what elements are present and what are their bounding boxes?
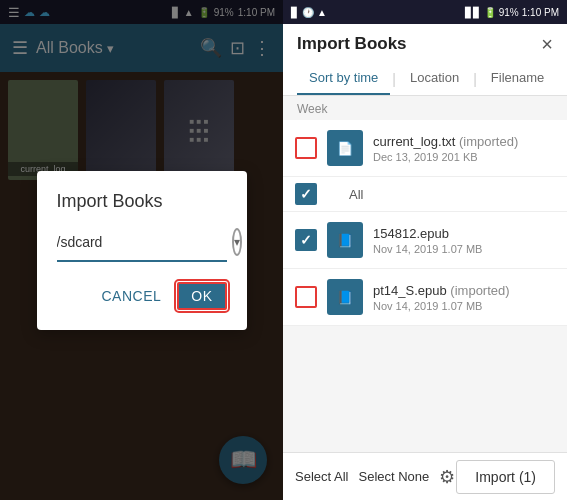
left-panel: ☰ ☁ ☁ ▊ ▲ 🔋 91% 1:10 PM ☰ All Books ▾ 🔍 … [0,0,283,500]
file-info-1: current_log.txt (imported) Dec 13, 2019 … [373,134,555,163]
right-signal-bars: ▊▊ [465,7,481,18]
week-label: Week [283,96,567,120]
file-list: 📄 current_log.txt (imported) Dec 13, 201… [283,120,567,452]
epub-icon-3: 📘 [337,290,353,305]
checkbox-3[interactable] [295,286,317,308]
file-meta-1: Dec 13, 2019 201 KB [373,151,555,163]
right-battery-icon: 🔋 [484,7,496,18]
all-row: All [283,177,567,212]
file-meta-3: Nov 14, 2019 1.07 MB [373,300,555,312]
file-icon-3: 📘 [327,279,363,315]
modal-actions: CANCEL OK [57,282,227,310]
file-item-1: 📄 current_log.txt (imported) Dec 13, 201… [283,120,567,177]
right-time: 1:10 PM [522,7,559,18]
right-status-left: ▊ 🕐 ▲ [291,7,327,18]
all-checkbox[interactable] [295,183,317,205]
file-name-1: current_log.txt (imported) [373,134,555,149]
modal-overlay: Import Books ▾ CANCEL OK [0,0,283,500]
tab-filename[interactable]: Filename [479,62,556,95]
right-status-right: ▊▊ 🔋 91% 1:10 PM [465,7,559,18]
path-dropdown-button[interactable]: ▾ [232,228,242,256]
ok-button[interactable]: OK [177,282,226,310]
file-item-3: 📘 pt14_S.epub (imported) Nov 14, 2019 1.… [283,269,567,326]
import-button[interactable]: Import (1) [456,460,555,494]
right-panel: ▊ 🕐 ▲ ▊▊ 🔋 91% 1:10 PM Import Books × So… [283,0,567,500]
select-none-button[interactable]: Select None [358,469,429,484]
cancel-button[interactable]: CANCEL [101,288,161,304]
file-item-2: 📘 154812.epub Nov 14, 2019 1.07 MB [283,212,567,269]
right-clock-icon: 🕐 [302,7,314,18]
right-panel-title: Import Books [297,34,407,54]
right-header-row: Import Books × [297,34,553,54]
file-name-2: 154812.epub [373,226,555,241]
checkbox-2[interactable] [295,229,317,251]
right-status-bar: ▊ 🕐 ▲ ▊▊ 🔋 91% 1:10 PM [283,0,567,24]
file-icon-2: 📘 [327,222,363,258]
tab-location[interactable]: Location [398,62,471,95]
tab-sort-by-time[interactable]: Sort by time [297,62,390,95]
file-info-3: pt14_S.epub (imported) Nov 14, 2019 1.07… [373,283,555,312]
right-wifi-icon: ▲ [317,7,327,18]
modal-input-row: ▾ [57,228,227,262]
file-meta-2: Nov 14, 2019 1.07 MB [373,243,555,255]
path-input[interactable] [57,234,232,250]
right-header: Import Books × Sort by time | Location |… [283,24,567,96]
all-label: All [349,187,363,202]
settings-icon[interactable]: ⚙ [439,466,455,488]
modal-title: Import Books [57,191,227,212]
file-name-3: pt14_S.epub (imported) [373,283,555,298]
imported-tag-1: (imported) [459,134,518,149]
bottom-left: Select All Select None ⚙ [295,466,455,488]
txt-icon: 📄 [337,141,353,156]
epub-icon-2: 📘 [337,233,353,248]
select-all-button[interactable]: Select All [295,469,348,484]
tab-row: Sort by time | Location | Filename [297,62,553,95]
right-signal-icon: ▊ [291,7,299,18]
import-books-modal: Import Books ▾ CANCEL OK [37,171,247,330]
checkbox-1[interactable] [295,137,317,159]
right-battery-percent: 91% [499,7,519,18]
bottom-bar: Select All Select None ⚙ Import (1) [283,452,567,500]
close-button[interactable]: × [541,34,553,54]
tab-divider-1: | [390,71,398,87]
imported-tag-3: (imported) [450,283,509,298]
file-info-2: 154812.epub Nov 14, 2019 1.07 MB [373,226,555,255]
tab-divider-2: | [471,71,479,87]
file-icon-1: 📄 [327,130,363,166]
